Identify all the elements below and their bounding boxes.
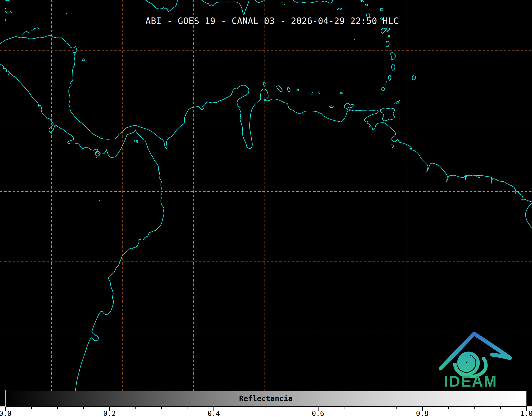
island-trinidad-tobago [380, 100, 400, 121]
coastline-paths [0, 0, 532, 391]
colorbar-minor-tick [500, 407, 501, 409]
satellite-image-viewport: IDEAM ABI - GOES 19 - CANAL 03 - 2026-04… [0, 0, 532, 417]
island-hispaniola-east [255, 0, 265, 2]
colorbar-left-notch [5, 390, 6, 407]
coastline-pacific-mainland [0, 64, 164, 391]
colorbar-axis-strip: 0.00.20.40.60.81.0 [0, 407, 532, 417]
islands-lesser-antilles [281, 0, 415, 91]
colorbar-tick-label: 0.0 [0, 410, 11, 417]
colorbar-tick-label: 0.2 [103, 410, 116, 417]
coastline-fragments [392, 144, 532, 228]
colorbar: Reflectancia [5, 391, 527, 407]
islands-central-america [5, 0, 138, 201]
colorbar-minor-tick [83, 407, 84, 409]
colorbar-minor-tick [31, 407, 32, 409]
colorbar-minor-tick [396, 407, 397, 409]
colorbar-minor-tick [240, 407, 240, 409]
colorbar-minor-tick [266, 407, 266, 409]
ideam-logo: IDEAM [441, 334, 510, 390]
colorbar-minor-tick [57, 407, 58, 409]
island-hispaniola [201, 0, 249, 15]
colorbar-label: Reflectancia [5, 391, 526, 406]
colorbar-tick-label: 0.6 [312, 410, 324, 417]
ideam-logo-text: IDEAM [444, 373, 497, 390]
island-puerto-rico [293, 0, 333, 3]
satellite-map: IDEAM [0, 0, 532, 417]
colorbar-minor-tick [448, 407, 449, 409]
colorbar-minor-tick [370, 407, 370, 409]
colorbar-minor-tick [474, 407, 475, 409]
latlon-grid [0, 0, 532, 406]
colorbar-minor-tick [161, 407, 162, 409]
colorbar-minor-tick [344, 407, 344, 409]
image-title: ABI - GOES 19 - CANAL 03 - 2026-04-29 22… [0, 16, 532, 26]
colorbar-tick-label: 0.4 [208, 410, 220, 417]
colorbar-minor-tick [135, 407, 136, 409]
colorbar-tick-label: 0.8 [416, 410, 429, 417]
colorbar-tick-label: 1.0 [520, 410, 532, 417]
colorbar-minor-tick [188, 407, 188, 409]
island-jamaica [145, 0, 178, 12]
islands-venezuela-offshore [263, 82, 353, 110]
coastline-caribbean-mainland [0, 35, 532, 202]
colorbar-minor-tick [292, 407, 292, 409]
